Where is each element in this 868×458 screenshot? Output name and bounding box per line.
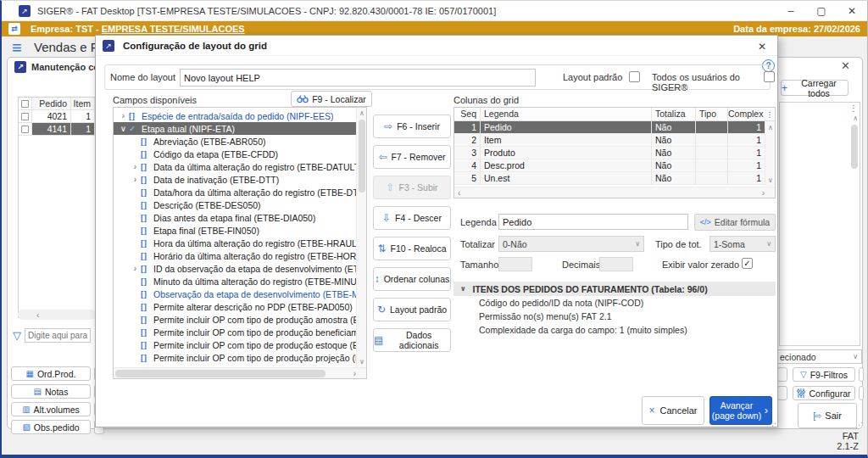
grid-column-row[interactable]: 4 Desc.prod Não 1 — [454, 159, 775, 172]
selection-dropdown[interactable]: ecionado ∨ — [776, 349, 862, 364]
totalizar-select[interactable]: 0-Não ∨ — [498, 236, 644, 252]
order-row[interactable]: 4141 1 — [19, 123, 105, 136]
minimize-button[interactable]: – — [776, 1, 806, 20]
decimais-input[interactable] — [599, 257, 633, 271]
transfer-button[interactable]: ⇦ F7 - Remover — [373, 145, 451, 169]
tree-item[interactable]: › [ ] Data de inativação (ETBE-DTT) — [114, 173, 356, 186]
editar-formula-button[interactable]: </> Editar fórmula — [694, 214, 776, 231]
tree-item[interactable]: [ ] Horário da última alteração do regis… — [114, 249, 356, 262]
maximize-button[interactable]: ▢ — [806, 1, 837, 20]
list-menu-icon[interactable]: ⋮ — [849, 103, 858, 113]
transfer-button[interactable]: ⇩ F4 - Descer — [373, 206, 451, 230]
advance-button[interactable]: Avançar (page down) › — [709, 396, 772, 425]
grid-column-row[interactable]: 1 Pedido Não 1 — [454, 121, 775, 134]
scroll-down-icon[interactable]: ∨ — [765, 176, 776, 184]
company-name-link[interactable]: EMPRESA TESTE/SIMULACOES — [102, 24, 245, 34]
tree-item[interactable]: [ ] Permite incluir OP com tipo de produ… — [114, 338, 356, 351]
tree-item[interactable]: [ ] Permite incluir OP com tipo de produ… — [114, 313, 356, 326]
expand-chevron-icon[interactable]: › — [118, 111, 129, 120]
expand-chevron-icon[interactable]: ∨ — [118, 124, 129, 133]
col-seq[interactable]: Seq — [454, 108, 480, 120]
resize-grip[interactable]: ⋰ — [855, 421, 863, 429]
tree-item[interactable]: [ ] Hora da última alteração do registro… — [114, 237, 356, 249]
layout-padrao-checkbox[interactable] — [629, 71, 640, 82]
tree-item[interactable]: ∨ ✓ Etapa atual (NIPF-ETA) — [114, 122, 356, 135]
tree-hscrollbar[interactable]: › — [114, 367, 367, 378]
dialog-resize-grip[interactable]: ⋰ — [771, 419, 779, 427]
scroll-right-icon[interactable]: › — [353, 369, 356, 378]
transfer-button[interactable]: ⇨ F6 - Inserir — [373, 114, 451, 138]
close-button[interactable]: ✕ — [837, 1, 867, 20]
layout-name-input[interactable] — [180, 69, 536, 87]
scroll-up-icon[interactable]: ∧ — [765, 124, 776, 131]
col-tipo[interactable]: Tipo — [695, 108, 727, 120]
col-complex[interactable]: Complex — [727, 108, 765, 120]
scroll-up-icon[interactable]: ∧ — [853, 114, 858, 122]
tree-item[interactable]: [ ] Descrição (ETBE-DES050) — [114, 198, 356, 211]
expand-chevron-icon[interactable]: › — [130, 175, 141, 184]
col-pedido[interactable]: Pedido — [32, 98, 71, 109]
f9-localizar-button[interactable]: F9 - Localizar — [291, 91, 372, 107]
grid-column-row[interactable]: 2 Item Não 1 — [454, 134, 775, 147]
grid-column-row[interactable]: 5 Un.est Não 1 — [454, 172, 775, 185]
tamanho-input[interactable] — [498, 257, 532, 271]
order-action-button[interactable]: ▧ Obs.pedido — [11, 420, 91, 434]
scroll-right-icon[interactable]: › — [762, 188, 765, 198]
col-legenda[interactable]: Legenda — [480, 108, 651, 120]
menu-hamburger-icon[interactable]: ≡ — [12, 40, 22, 55]
vscrollbar-thumb[interactable] — [851, 125, 858, 169]
info-header[interactable]: ∨ ITENS DOS PEDIDOS DO FATURAMENTO (Tabe… — [453, 282, 776, 296]
tree-item[interactable]: › [ ] ID da observação da etapa de desen… — [114, 262, 356, 275]
filter-funnel-icon[interactable]: ▽ — [13, 329, 21, 342]
legenda-input[interactable] — [498, 214, 688, 230]
filter-input[interactable] — [25, 328, 91, 343]
tree-item[interactable]: [ ] Permite incluir OP com tipo de produ… — [114, 326, 356, 338]
dialog-close-icon[interactable]: ✕ — [754, 39, 771, 54]
order-action-button[interactable]: ▤ Notas — [11, 384, 91, 399]
expand-chevron-icon[interactable]: › — [130, 162, 141, 171]
cancel-button[interactable]: × Cancelar — [642, 396, 704, 425]
transfer-button[interactable]: ⇅ F10 - Realoca — [373, 237, 451, 260]
tree-item[interactable]: [ ] Código da etapa (ETBE-CFDD) — [114, 148, 356, 160]
col-item[interactable]: Item — [71, 98, 95, 109]
scroll-left-icon[interactable]: ‹ — [458, 188, 460, 198]
tree-item[interactable]: [ ] Etapa final (ETBE-FIN050) — [114, 224, 356, 237]
row-checkbox[interactable] — [19, 110, 32, 122]
tree-item[interactable]: [ ] Data/hora da última alteração do reg… — [114, 186, 356, 198]
tree-item[interactable]: [ ] Observação da etapa de desenvolvimen… — [114, 288, 356, 300]
tree-item[interactable]: [ ] Abreviação (ETBE-ABR050) — [114, 135, 356, 148]
tree-item[interactable]: › [ ] Espécie de entrada/saída do pedido… — [114, 109, 356, 122]
cut-button-stub[interactable] — [777, 386, 787, 400]
expand-chevron-icon[interactable]: › — [130, 264, 141, 273]
order-action-button[interactable]: ▥ Alt.volumes — [11, 402, 91, 416]
todos-usuarios-checkbox[interactable] — [764, 71, 775, 82]
row-checkbox[interactable] — [19, 123, 32, 135]
background-close-icon[interactable]: ✕ — [841, 59, 850, 72]
tree-vscroll-thumb[interactable] — [359, 120, 365, 193]
grid-hscrollbar[interactable]: ‹ › — [454, 187, 776, 198]
select-all-checkbox[interactable] — [19, 98, 32, 109]
scroll-up-icon[interactable]: ∧ — [357, 109, 367, 117]
tree-item[interactable]: [ ] Permite incluir OP com tipo de produ… — [114, 351, 356, 364]
scroll-left-icon[interactable]: ‹ — [36, 310, 39, 320]
transfer-button[interactable]: ↻ Layout padrão — [373, 298, 451, 321]
tree-hscroll-thumb[interactable] — [115, 370, 326, 377]
transfer-button[interactable]: ↕ Ordenar colunas — [373, 267, 451, 291]
col-totaliza[interactable]: Totaliza — [651, 108, 695, 120]
cut-button-stub[interactable] — [777, 367, 787, 382]
configurar-button[interactable]: Configurar — [793, 386, 855, 400]
tipo-tot-select[interactable]: 1-Soma ∨ — [709, 236, 776, 252]
tree-item[interactable]: [ ] Permite alterar descrição no PDP (ET… — [114, 300, 356, 313]
tree-item[interactable]: [ ] Minuto da última alteração do regist… — [114, 275, 356, 288]
transfer-button[interactable]: ▤ Dados adicionais — [373, 328, 451, 352]
carregar-todos-button[interactable]: + Carregar todos — [781, 80, 849, 96]
tree-vscrollbar[interactable]: ∧ ∨ — [356, 108, 366, 367]
grid-column-row[interactable]: 3 Produto Não 1 — [454, 147, 775, 159]
cut-button-stub[interactable] — [859, 386, 864, 400]
order-action-button[interactable]: ▦ Ord.Prod. — [11, 366, 91, 381]
sair-button[interactable]: [⇨ Sair — [798, 403, 857, 428]
cut-button-stub[interactable] — [859, 367, 864, 382]
grid-vscrollbar[interactable]: ∧ ∨ — [765, 122, 775, 186]
grid-menu-icon[interactable]: ⋮ — [765, 110, 775, 119]
scroll-down-icon[interactable]: ∨ — [357, 358, 367, 366]
